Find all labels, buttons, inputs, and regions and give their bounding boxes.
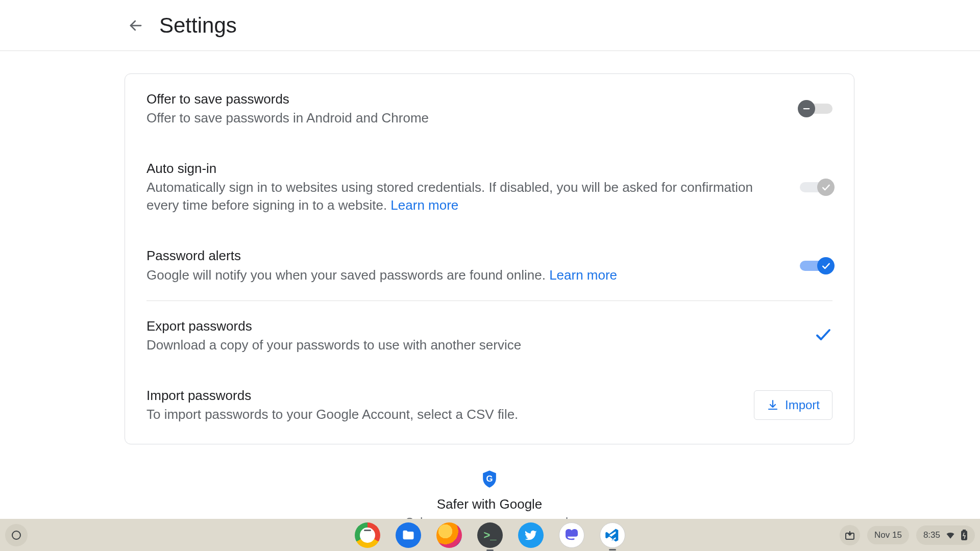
- status-area: Nov 15 8:35: [840, 519, 975, 551]
- twitter-icon: [524, 528, 538, 542]
- row-title: Password alerts: [146, 247, 779, 265]
- row-title: Offer to save passwords: [146, 90, 779, 108]
- vscode-icon: [605, 528, 620, 543]
- promo-sub: Only you can see your passwords: [125, 515, 854, 519]
- app-twitter[interactable]: [518, 522, 544, 548]
- check-icon: [821, 261, 831, 271]
- toggle-offer-save-passwords[interactable]: [800, 104, 832, 114]
- tote-icon: [844, 529, 856, 541]
- check-icon: [821, 182, 831, 192]
- time-text: 8:35: [923, 530, 940, 540]
- launcher-button[interactable]: [5, 524, 28, 546]
- safer-with-google-promo: G Safer with Google Only you can see you…: [125, 470, 854, 519]
- page-title: Settings: [159, 13, 237, 38]
- arrow-left-icon: [128, 18, 143, 33]
- row-desc: Offer to save passwords in Android and C…: [146, 109, 779, 127]
- row-title: Import passwords: [146, 387, 733, 405]
- row-export-passwords[interactable]: Export passwords Download a copy of your…: [146, 301, 832, 370]
- export-done-check: [814, 325, 832, 346]
- app-chrome[interactable]: [355, 522, 380, 548]
- terminal-icon: >_: [483, 529, 496, 542]
- learn-more-link[interactable]: Learn more: [390, 197, 458, 213]
- row-desc-text: Google will notify you when your saved p…: [146, 267, 549, 283]
- toggle-password-alerts[interactable]: [800, 261, 832, 271]
- row-desc: Google will notify you when your saved p…: [146, 266, 779, 284]
- row-title: Auto sign-in: [146, 160, 779, 178]
- svg-text:G: G: [486, 474, 493, 484]
- download-icon: [767, 399, 779, 411]
- app-vscode[interactable]: [600, 522, 625, 548]
- shelf-apps: >_: [355, 519, 625, 551]
- app-files[interactable]: [396, 522, 421, 548]
- settings-card: Offer to save passwords Offer to save pa…: [125, 73, 854, 444]
- learn-more-link[interactable]: Learn more: [549, 267, 617, 283]
- promo-title: Safer with Google: [125, 496, 854, 512]
- launcher-icon: [12, 531, 21, 540]
- app-firefox[interactable]: [436, 522, 462, 548]
- import-button[interactable]: Import: [754, 390, 832, 420]
- date-chip[interactable]: Nov 15: [867, 526, 909, 544]
- settings-header: Settings: [0, 0, 980, 51]
- row-title: Export passwords: [146, 317, 794, 335]
- row-auto-sign-in: Auto sign-in Automatically sign in to we…: [146, 143, 832, 231]
- date-text: Nov 15: [874, 530, 902, 540]
- app-terminal[interactable]: >_: [477, 522, 503, 548]
- wifi-icon: [945, 530, 955, 540]
- status-chip[interactable]: 8:35: [916, 525, 975, 545]
- app-mastodon[interactable]: [559, 522, 584, 548]
- chromeos-shelf: >_ Nov 15 8:35: [0, 519, 980, 551]
- tote-button[interactable]: [840, 525, 860, 545]
- row-desc: Download a copy of your passwords to use…: [146, 336, 794, 354]
- toggle-auto-sign-in[interactable]: [800, 182, 832, 192]
- minus-icon: [802, 104, 811, 113]
- folder-icon: [401, 528, 415, 542]
- mastodon-icon: [564, 527, 580, 543]
- google-shield-icon: G: [481, 470, 498, 490]
- import-button-label: Import: [785, 398, 820, 412]
- row-import-passwords: Import passwords To import passwords to …: [146, 370, 832, 444]
- row-password-alerts: Password alerts Google will notify you w…: [146, 231, 832, 300]
- row-desc: Automatically sign in to websites using …: [146, 179, 779, 214]
- svg-rect-5: [963, 530, 965, 532]
- check-icon: [814, 325, 832, 344]
- battery-icon: [961, 530, 968, 541]
- row-offer-save-passwords: Offer to save passwords Offer to save pa…: [146, 74, 832, 143]
- back-button[interactable]: [122, 12, 149, 39]
- row-desc: To import passwords to your Google Accou…: [146, 406, 733, 423]
